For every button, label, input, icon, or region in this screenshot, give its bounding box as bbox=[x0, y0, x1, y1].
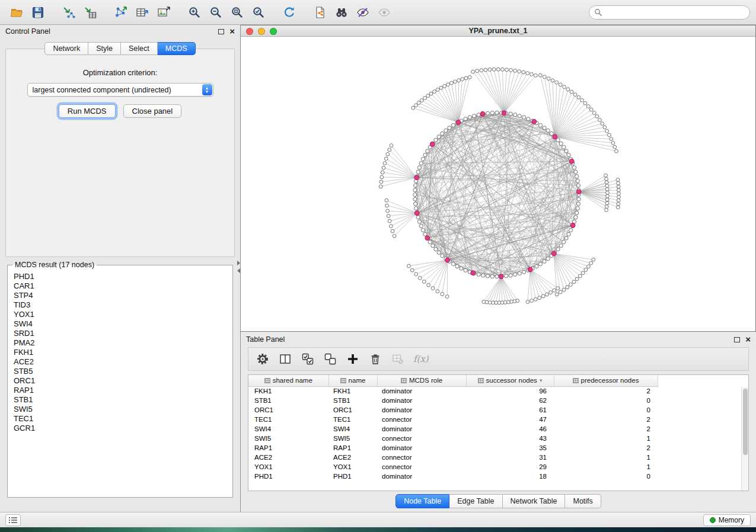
mcds-result-list[interactable]: PHD1CAR1STP4TID3YOX1SWI4SRD1PMA2FKH1ACE2… bbox=[8, 269, 232, 492]
close-table-panel-icon[interactable]: × bbox=[745, 336, 751, 342]
mcds-result-item[interactable]: RAP1 bbox=[14, 386, 232, 395]
zoom-out-button[interactable] bbox=[205, 3, 227, 22]
table-settings-button[interactable] bbox=[253, 350, 272, 368]
search-box[interactable] bbox=[589, 5, 750, 20]
mcds-result-item[interactable]: YOX1 bbox=[14, 310, 232, 319]
add-column-button[interactable] bbox=[343, 350, 362, 368]
zoom-selected-button[interactable] bbox=[248, 3, 269, 22]
mcds-result-item[interactable]: GCR1 bbox=[14, 424, 232, 433]
column-label: successor nodes bbox=[486, 377, 537, 384]
table-cell: ACE2 bbox=[248, 453, 328, 462]
column-label: predecessor nodes bbox=[581, 377, 639, 384]
float-panel-icon[interactable] bbox=[218, 29, 224, 34]
mcds-result-item[interactable]: TEC1 bbox=[14, 414, 232, 424]
mcds-result-item[interactable]: PHD1 bbox=[14, 272, 232, 281]
function-builder-button-disabled: f(x) bbox=[411, 350, 437, 368]
column-label: MCDS role bbox=[409, 377, 442, 384]
table-row[interactable]: ACE2ACE2connector311 bbox=[248, 453, 658, 462]
export-image-button[interactable] bbox=[153, 3, 174, 22]
table-cell: connector bbox=[377, 434, 466, 443]
column-header-name[interactable]: name bbox=[328, 375, 377, 386]
table-row[interactable]: TEC1TEC1connector472 bbox=[248, 415, 658, 424]
new-table-button[interactable] bbox=[132, 3, 153, 22]
mcds-result-item[interactable]: STP4 bbox=[14, 291, 232, 300]
table-row[interactable]: SWI5SWI5connector431 bbox=[248, 434, 658, 443]
tab-style[interactable]: Style bbox=[88, 42, 121, 55]
zoom-out-icon bbox=[209, 5, 223, 20]
new-table-icon bbox=[135, 5, 149, 20]
table-cell: dominator bbox=[377, 396, 466, 405]
network-window-title: YPA_prune.txt_1 bbox=[468, 27, 527, 35]
select-all-rows-button[interactable] bbox=[298, 350, 317, 368]
memory-button[interactable]: Memory bbox=[703, 514, 751, 526]
import-network-button[interactable] bbox=[58, 3, 79, 22]
save-session-button[interactable] bbox=[27, 3, 49, 22]
mcds-result-item[interactable]: STB5 bbox=[14, 367, 232, 376]
zoom-fit-button[interactable] bbox=[227, 3, 248, 22]
splitter-collapse-handle[interactable] bbox=[237, 261, 243, 273]
clear-disabled-icon bbox=[391, 352, 404, 366]
search-network-button[interactable] bbox=[331, 3, 352, 22]
table-row[interactable]: FKH1FKH1dominator962 bbox=[248, 386, 658, 396]
mcds-result-item[interactable]: FKH1 bbox=[14, 348, 232, 357]
column-header-predecessor-nodes[interactable]: predecessor nodes bbox=[554, 375, 658, 386]
table-scrollbar[interactable] bbox=[741, 387, 748, 491]
mcds-result-item[interactable]: PMA2 bbox=[14, 338, 232, 348]
column-type-icon bbox=[478, 378, 484, 383]
new-network-button[interactable] bbox=[110, 3, 132, 22]
table-cell: 43 bbox=[466, 434, 554, 443]
delete-column-button[interactable] bbox=[366, 350, 385, 368]
import-table-button[interactable] bbox=[79, 3, 101, 22]
mcds-result-item[interactable]: TID3 bbox=[14, 300, 232, 310]
window-zoom-icon[interactable] bbox=[270, 28, 277, 35]
export-network-button[interactable] bbox=[310, 3, 331, 22]
tab-motifs[interactable]: Motifs bbox=[565, 494, 601, 508]
zoom-in-button[interactable] bbox=[184, 3, 205, 22]
mcds-result-item[interactable]: SWI5 bbox=[14, 405, 232, 414]
deselect-all-rows-button[interactable] bbox=[321, 350, 340, 368]
mcds-result-item[interactable]: SWI4 bbox=[14, 319, 232, 329]
mcds-result-item[interactable]: CAR1 bbox=[14, 281, 232, 291]
table-scrollbar-thumb[interactable] bbox=[743, 389, 748, 455]
table-row[interactable]: RAP1RAP1dominator352 bbox=[248, 443, 658, 453]
tab-node-table[interactable]: Node Table bbox=[395, 494, 449, 508]
tab-select[interactable]: Select bbox=[121, 42, 158, 55]
table-cell: 35 bbox=[466, 443, 554, 453]
criterion-select[interactable]: largest connected component (undirected)… bbox=[27, 83, 213, 97]
open-file-button[interactable] bbox=[6, 3, 27, 22]
table-row[interactable]: ORC1ORC1dominator610 bbox=[248, 405, 658, 415]
window-close-icon[interactable] bbox=[246, 28, 253, 35]
network-window-titlebar[interactable]: YPA_prune.txt_1 bbox=[241, 25, 755, 37]
close-mcds-panel-button[interactable]: Close panel bbox=[123, 104, 182, 118]
tab-network[interactable]: Network bbox=[44, 42, 88, 55]
mcds-result-item[interactable]: ACE2 bbox=[14, 357, 232, 367]
tab-mcds[interactable]: MCDS bbox=[158, 42, 196, 55]
tab-edge-table[interactable]: Edge Table bbox=[449, 494, 502, 508]
column-header-shared-name[interactable]: shared name bbox=[248, 375, 328, 386]
window-minimize-icon[interactable] bbox=[258, 28, 265, 35]
show-details-button[interactable] bbox=[374, 3, 395, 22]
hide-details-button[interactable] bbox=[352, 3, 374, 22]
table-row[interactable]: STB1STB1dominator620 bbox=[248, 396, 658, 405]
column-visibility-button[interactable] bbox=[276, 350, 295, 368]
float-table-panel-icon[interactable] bbox=[734, 337, 740, 342]
refresh-view-button[interactable] bbox=[279, 3, 300, 22]
network-graph[interactable] bbox=[241, 37, 755, 331]
tab-network-table[interactable]: Network Table bbox=[503, 494, 566, 508]
mcds-result-item[interactable]: STB1 bbox=[14, 395, 232, 405]
table-row[interactable]: YOX1YOX1connector291 bbox=[248, 462, 658, 472]
panel-menu-button[interactable] bbox=[5, 514, 21, 526]
table-row[interactable]: SWI4SWI4dominator462 bbox=[248, 424, 658, 434]
table-cell: connector bbox=[377, 462, 466, 472]
table-row[interactable]: PHD1PHD1dominator180 bbox=[248, 472, 658, 481]
close-panel-icon[interactable]: × bbox=[229, 28, 235, 34]
column-header-successor-nodes[interactable]: successor nodes▾ bbox=[466, 375, 554, 386]
mcds-result-item[interactable]: SRD1 bbox=[14, 329, 232, 338]
table-panel-header: Table Panel × bbox=[241, 333, 756, 346]
network-canvas[interactable] bbox=[241, 37, 755, 331]
column-header-MCDS-role[interactable]: MCDS role bbox=[377, 375, 466, 386]
mcds-result-item[interactable]: ORC1 bbox=[14, 376, 232, 386]
table-cell: 0 bbox=[554, 472, 658, 481]
run-mcds-button[interactable]: Run MCDS bbox=[59, 104, 116, 118]
search-input[interactable] bbox=[605, 8, 745, 17]
